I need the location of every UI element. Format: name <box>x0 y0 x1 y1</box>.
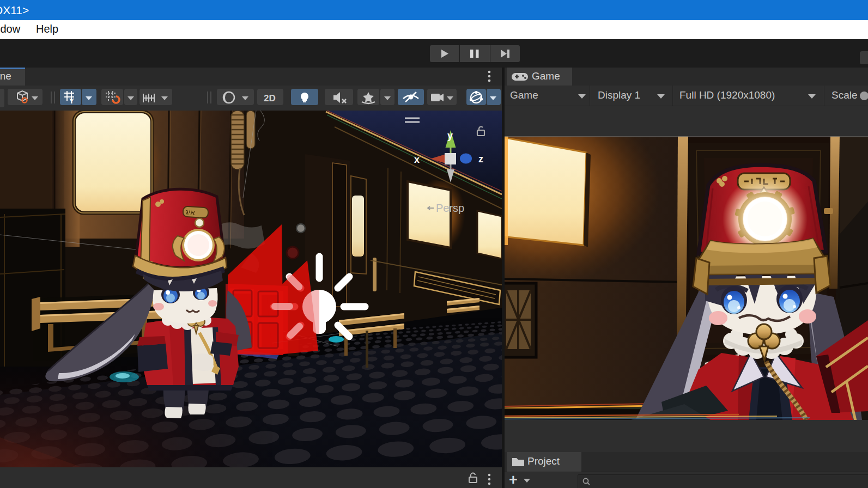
svg-text:z: z <box>478 154 483 164</box>
svg-text:y: y <box>447 130 453 141</box>
svg-text:איג: איג <box>185 208 195 217</box>
svg-text:2D: 2D <box>264 93 276 103</box>
svg-text:x: x <box>414 154 420 165</box>
svg-text:Y: Y <box>69 97 74 105</box>
svg-text:Persp: Persp <box>436 202 464 214</box>
